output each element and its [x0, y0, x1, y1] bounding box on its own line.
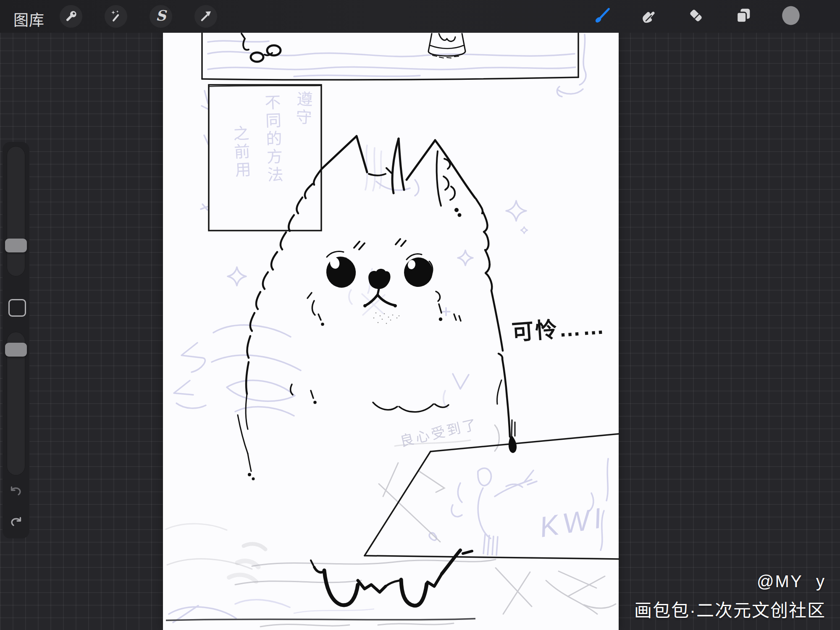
undo-button[interactable]	[8, 484, 24, 499]
magic-wand-icon	[109, 9, 123, 24]
wrench-icon	[64, 9, 78, 24]
smudge-finger-icon	[638, 6, 658, 27]
paint-tool-button[interactable]	[591, 6, 612, 27]
transform-button[interactable]	[194, 5, 217, 28]
color-swatch-button[interactable]	[780, 6, 801, 27]
selection-button[interactable]: S	[150, 5, 172, 28]
transform-arrow-icon	[199, 9, 213, 24]
opacity-thumb[interactable]	[5, 343, 27, 357]
current-color-circle	[780, 5, 801, 28]
redo-button[interactable]	[8, 515, 24, 530]
smudge-tool-button[interactable]	[638, 6, 659, 27]
adjustments-button[interactable]	[105, 5, 127, 28]
gallery-button[interactable]: 图库	[13, 8, 45, 30]
brush-size-thumb[interactable]	[5, 239, 27, 252]
redo-icon	[8, 524, 24, 531]
undo-icon	[8, 494, 24, 501]
layers-button[interactable]	[733, 6, 754, 27]
selection-s-icon: S	[156, 7, 166, 24]
top-toolbar: 图库 S	[0, 0, 840, 33]
brush-size-slider[interactable]	[7, 146, 25, 276]
erase-tool-button[interactable]	[685, 6, 706, 27]
brush-sidebar	[3, 142, 29, 538]
paintbrush-icon	[592, 6, 612, 27]
modify-button[interactable]	[8, 299, 26, 317]
eraser-icon	[686, 6, 706, 27]
actions-button[interactable]	[60, 5, 82, 28]
layers-icon	[734, 6, 753, 27]
drawing-canvas[interactable]	[163, 33, 619, 630]
